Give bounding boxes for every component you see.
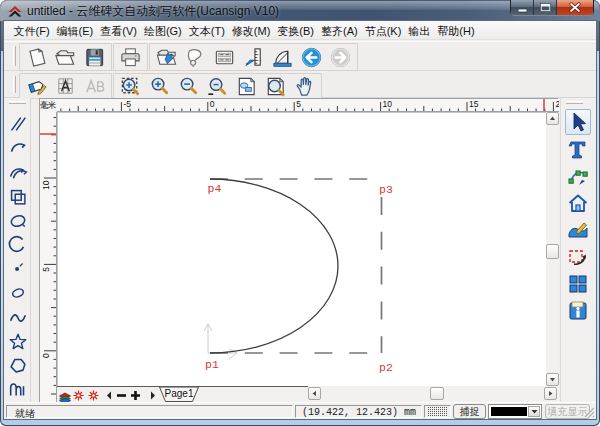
horizontal-scrollbar[interactable] (308, 387, 557, 401)
menu-8[interactable]: 整齐(A) (318, 22, 362, 39)
nav-right-button[interactable] (146, 389, 159, 402)
redo-disabled-button[interactable] (326, 44, 355, 70)
minimize-button[interactable] (511, 0, 534, 15)
pan-hand-button[interactable] (290, 74, 319, 98)
toolbar-grip[interactable] (13, 46, 16, 66)
double-curve-tool[interactable] (6, 160, 30, 184)
menu-11[interactable]: 帮助(H) (434, 22, 478, 39)
info-tool[interactable] (565, 298, 591, 324)
nav-right-icon (146, 389, 159, 402)
vertical-scrollbar[interactable] (546, 112, 559, 386)
menu-6[interactable]: 修改(M) (228, 22, 274, 39)
layers-colors-button[interactable] (58, 389, 71, 402)
grid-text-button[interactable] (51, 74, 80, 98)
menu-7[interactable]: 变换(B) (274, 22, 318, 39)
zoom-page-button[interactable] (261, 74, 290, 98)
menu-4[interactable]: 绘图(G) (140, 22, 185, 39)
hscroll-thumb[interactable] (430, 387, 444, 400)
protractor-button[interactable] (268, 44, 297, 70)
undo-button[interactable] (297, 44, 326, 70)
zoom-objects-button[interactable] (232, 74, 261, 98)
small-ellipse-tool[interactable] (6, 281, 30, 305)
menu-5[interactable]: 文本(T) (185, 22, 228, 39)
menu-2[interactable]: 编辑(E) (53, 22, 97, 39)
svg-text:5: 5 (41, 267, 51, 272)
page-tab[interactable]: Page1 (159, 387, 199, 402)
point-tool[interactable] (6, 257, 30, 281)
zoom-out-button[interactable] (174, 74, 203, 98)
home-tool[interactable] (565, 190, 591, 216)
zoom-in-button[interactable] (145, 74, 174, 98)
menu-10[interactable]: 输出 (405, 22, 434, 39)
new-document-icon (25, 46, 48, 69)
spline-tool[interactable] (6, 306, 30, 330)
nav-plus-button[interactable] (129, 389, 142, 402)
construction-rect (210, 179, 382, 353)
double-curve-icon (7, 161, 29, 183)
star-tool[interactable] (6, 330, 30, 354)
transform-shape-tool[interactable] (565, 244, 591, 270)
vscroll-thumb[interactable] (546, 244, 559, 259)
text-tool-tool[interactable] (565, 136, 591, 162)
import-file-button[interactable] (152, 44, 181, 70)
ellipse-tool[interactable] (6, 209, 30, 233)
snap-button[interactable]: 捕捉 (453, 404, 486, 419)
nav-plus-icon (129, 389, 142, 402)
info-icon (566, 299, 590, 323)
toolbar-zoom (4, 72, 596, 98)
red-burst-1-button[interactable] (72, 389, 85, 402)
toolbar-grip[interactable] (566, 101, 583, 104)
curve-tool[interactable] (6, 136, 30, 160)
rectangle-tool[interactable] (6, 185, 30, 209)
color-dropdown[interactable] (488, 404, 542, 419)
arc-tool[interactable] (6, 233, 30, 257)
dropdown-arrow-icon[interactable] (528, 406, 540, 417)
menu-3[interactable]: 查看(V) (97, 22, 141, 39)
toolbar-group (113, 43, 148, 71)
abc-disabled-button[interactable] (80, 74, 109, 98)
grid-indicator[interactable] (424, 405, 451, 418)
scroll-up-button[interactable] (546, 112, 559, 125)
select-arrow-tool[interactable] (565, 109, 591, 135)
spline-icon (7, 307, 29, 329)
scroll-left-button[interactable] (308, 387, 321, 400)
scroll-right-button[interactable] (544, 387, 557, 400)
menu-9[interactable]: 节点(K) (361, 22, 405, 39)
caption-buttons (511, 0, 593, 15)
freehand-path-icon (7, 379, 29, 401)
toolbar-grip[interactable] (9, 101, 26, 104)
titlebar[interactable]: untitled - 云维碑文自动刻写软件(Ucansign V10) (0, 0, 600, 21)
engrave-tag-button[interactable] (22, 74, 51, 98)
resize-grip[interactable] (583, 406, 596, 419)
toolbar-grip[interactable] (13, 76, 16, 93)
text-plate-button[interactable] (210, 44, 239, 70)
ellipse-icon (7, 210, 29, 232)
node-edit-tool[interactable] (565, 163, 591, 189)
drawing-canvas[interactable]: p1p2p3p4 (57, 112, 546, 386)
shape-lasso-button[interactable] (181, 44, 210, 70)
save-floppy-icon (83, 46, 106, 69)
nav-minus-button[interactable] (115, 389, 128, 402)
ruler-measure-button[interactable] (239, 44, 268, 70)
close-button[interactable] (557, 0, 593, 15)
zoom-custom-button[interactable] (203, 74, 232, 98)
save-floppy-button[interactable] (80, 44, 109, 70)
page-strip: Page1 (57, 386, 559, 403)
menu-1[interactable]: 文件(F) (10, 22, 53, 39)
zoom-marquee-button[interactable] (116, 74, 145, 98)
red-burst-2-button[interactable] (87, 389, 100, 402)
line-tool[interactable] (6, 112, 30, 136)
zoom-objects-icon (235, 75, 258, 98)
new-document-button[interactable] (22, 44, 51, 70)
freehand-path-tool[interactable] (6, 378, 30, 402)
print-button[interactable] (116, 44, 145, 70)
open-folder-button[interactable] (51, 44, 80, 70)
window-title: untitled - 云维碑文自动刻写软件(Ucansign V10) (27, 3, 279, 20)
four-squares-tool[interactable] (565, 271, 591, 297)
polygon-tool[interactable] (6, 354, 30, 378)
app-icon (7, 4, 23, 18)
maximize-button[interactable] (534, 0, 557, 15)
point-icon (7, 258, 29, 280)
draw-shape-tool[interactable] (565, 217, 591, 243)
scroll-down-button[interactable] (546, 373, 559, 386)
